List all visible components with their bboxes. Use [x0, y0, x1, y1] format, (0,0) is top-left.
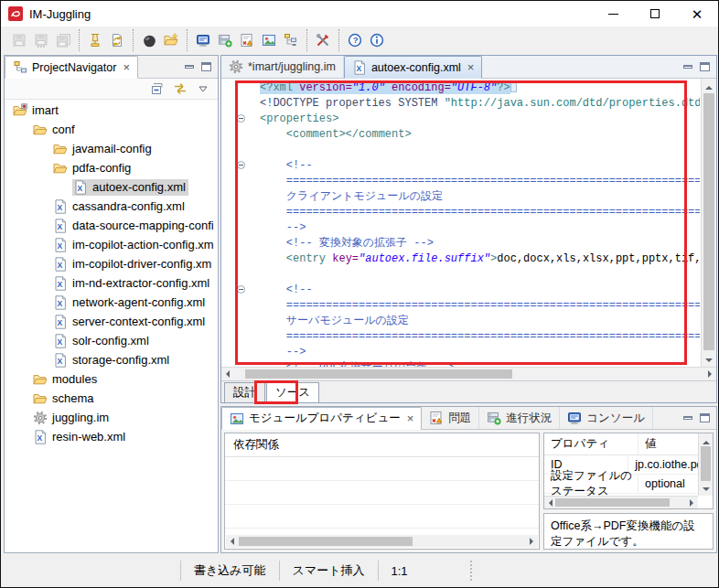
code-line: ========================================…: [260, 329, 700, 345]
minimize-view-icon[interactable]: [683, 65, 692, 69]
toolbar-info-button[interactable]: [366, 29, 388, 51]
toolbar-save-as-button[interactable]: [30, 29, 52, 51]
tree-item-imart[interactable]: imart: [5, 101, 218, 120]
list-item[interactable]: [225, 505, 539, 529]
page-tab-設計[interactable]: 設計: [224, 382, 265, 402]
maximize-button[interactable]: [634, 1, 676, 27]
toolbar-import-project-button[interactable]: [160, 29, 182, 51]
scroll-left-icon[interactable]: [222, 370, 230, 378]
editor-tab-label: autoex-config.xml: [371, 61, 461, 74]
tree-item-solr-config.xml[interactable]: Xsolr-config.xml: [5, 331, 218, 350]
table-row[interactable]: 設定ファイルのステータスoptional: [544, 475, 713, 494]
statusbar-drag-handle[interactable]: [470, 561, 473, 581]
table-vertical-scrollbar[interactable]: [698, 433, 713, 496]
scrollbar-thumb[interactable]: [239, 537, 413, 546]
status-bar: 書き込み可能 スマート挿入 1:1: [1, 554, 718, 587]
maximize-view-icon[interactable]: [700, 413, 710, 422]
close-button[interactable]: ✕: [676, 1, 718, 27]
scrollbar-thumb[interactable]: [555, 498, 670, 507]
scroll-right-icon[interactable]: [708, 370, 715, 378]
scrollbar-thumb[interactable]: [245, 369, 512, 379]
bottom-tab-モジュールプロパティビュー[interactable]: モジュールプロパティビュー×: [221, 407, 422, 430]
bottom-tab-進行状況[interactable]: 進行状況: [479, 407, 560, 429]
toolbar-server-start-button[interactable]: [214, 29, 236, 51]
toolbar-help-button[interactable]: ?: [344, 29, 366, 51]
maximize-view-icon[interactable]: [201, 62, 211, 71]
tree-item-server-context-config.xml[interactable]: Xserver-context-config.xml: [5, 312, 218, 331]
code-line: <!-- PDF変換サーバの台数 -->: [260, 360, 700, 367]
toolbar-export-war-button[interactable]: [84, 29, 106, 51]
tree-item-pdfa-config[interactable]: pdfa-config: [5, 158, 218, 177]
title-bar: IM-Juggling ✕: [1, 1, 718, 27]
link-with-editor-icon[interactable]: [173, 81, 188, 96]
collapse-all-icon[interactable]: [150, 81, 165, 96]
scroll-down-icon[interactable]: [703, 487, 710, 495]
list-item[interactable]: [225, 481, 539, 505]
xml-file-icon: X: [53, 353, 68, 368]
editor-vertical-scrollbar[interactable]: [701, 79, 716, 367]
bottom-tab-コンソール[interactable]: コンソール: [560, 407, 653, 429]
minimize-view-icon[interactable]: [683, 416, 692, 420]
close-icon[interactable]: ×: [467, 60, 475, 74]
scroll-left-icon[interactable]: [545, 499, 553, 507]
editor-horizontal-scrollbar[interactable]: [221, 367, 716, 380]
tree-item-data-source-mapping-confi[interactable]: Xdata-source-mapping-confi: [5, 216, 218, 235]
tree-item-label: im-copilot-driver-config.xm: [72, 257, 211, 271]
scrollbar-thumb[interactable]: [701, 446, 711, 481]
scroll-right-icon[interactable]: [530, 538, 537, 545]
tree-item-juggling.im[interactable]: juggling.im: [5, 408, 218, 427]
toolbar-refresh-config-button[interactable]: [106, 29, 128, 51]
editor-tab-autoex-config.xml[interactable]: Xautoex-config.xml×: [344, 56, 483, 79]
editor-body[interactable]: <?xml version="1.0" encoding="UTF-8"?><!…: [221, 79, 716, 367]
tree-item-schema[interactable]: schema: [5, 389, 218, 408]
bottom-tab-label: コンソール: [586, 411, 645, 426]
page-tab-ソース[interactable]: ソース: [266, 382, 319, 402]
close-icon[interactable]: ×: [123, 60, 130, 74]
tree-item-label: imart: [32, 103, 59, 117]
toolbar-problems-marker-button[interactable]: [236, 29, 258, 51]
tree-item-resin-web.xml[interactable]: Xresin-web.xml: [5, 427, 218, 446]
tree-item-storage-config.xml[interactable]: Xstorage-config.xml: [5, 350, 218, 369]
minimize-view-icon[interactable]: [185, 65, 194, 69]
tree-item-im-nd-extractor-config.xml[interactable]: Xim-nd-extractor-config.xml: [5, 273, 218, 293]
scroll-left-icon[interactable]: [227, 538, 234, 545]
fold-marker-icon[interactable]: [237, 285, 245, 294]
tree-item-label: solr-config.xml: [72, 334, 149, 347]
scroll-up-icon[interactable]: [703, 437, 710, 444]
list-item[interactable]: [225, 457, 539, 481]
scroll-up-icon[interactable]: [705, 82, 713, 90]
toolbar-juggling-ball-button[interactable]: [138, 29, 160, 51]
minimize-button[interactable]: [592, 1, 634, 27]
close-icon[interactable]: ×: [407, 412, 414, 425]
toolbar-save-all-button[interactable]: [52, 29, 74, 51]
column-header-property[interactable]: プロパティ: [544, 433, 639, 454]
toolbar-module-view-button[interactable]: [258, 29, 280, 51]
tree-item-javamail-config[interactable]: javamail-config: [5, 139, 218, 158]
toolbar-preferences-tools-button[interactable]: [312, 29, 334, 51]
view-menu-icon[interactable]: [196, 81, 210, 96]
toolbar-console-monitor-button[interactable]: [192, 29, 214, 51]
tree-item-cassandra-config.xml[interactable]: Xcassandra-config.xml: [5, 197, 218, 216]
scrollbar-thumb[interactable]: [703, 93, 714, 350]
tree-item-autoex-config.xml[interactable]: Xautoex-config.xml: [5, 177, 218, 197]
scroll-down-icon[interactable]: [705, 358, 713, 366]
tree-item-im-copilot-action-config.xm[interactable]: Xim-copilot-action-config.xm: [5, 235, 218, 254]
tree-item-modules[interactable]: modules: [5, 369, 218, 389]
tree-item-conf[interactable]: conf: [5, 120, 218, 139]
tab-project-navigator[interactable]: ProjectNavigator ×: [5, 56, 138, 79]
editor-tab-imartjuggling.im[interactable]: *imart/juggling.im: [221, 56, 344, 78]
maximize-view-icon[interactable]: [700, 62, 710, 71]
table-horizontal-scrollbar[interactable]: [544, 496, 698, 508]
tree-item-network-agent-config.xml[interactable]: Xnetwork-agent-config.xml: [5, 293, 218, 312]
fold-marker-icon[interactable]: [237, 114, 245, 123]
toolbar-hierarchy-view-button[interactable]: [280, 29, 302, 51]
tree-item-im-copilot-driver-config.xm[interactable]: Xim-copilot-driver-config.xm: [5, 254, 218, 273]
toolbar-save-button[interactable]: [8, 29, 30, 51]
dependencies-horizontal-scrollbar[interactable]: [226, 535, 538, 548]
scroll-right-icon[interactable]: [690, 499, 697, 507]
xml-source-code[interactable]: <?xml version="1.0" encoding="UTF-8"?><!…: [260, 80, 700, 367]
xml-file-icon: X: [53, 334, 68, 348]
fold-marker-icon[interactable]: [237, 161, 245, 169]
bottom-tab-問題[interactable]: 問題: [422, 407, 479, 429]
app-logo-icon: [8, 6, 23, 21]
